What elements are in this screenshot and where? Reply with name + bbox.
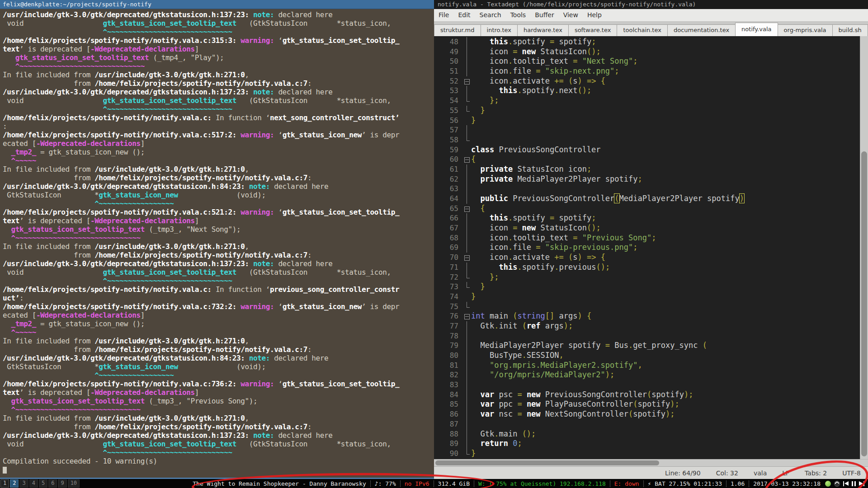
terminal-line: ^~~~~~~~~~~~~~~~~~~~~~~~~~~~~~~ — [3, 62, 434, 70]
fold-margin — [463, 184, 471, 194]
code-line-83: 83 — [434, 380, 860, 390]
code-line-88: 88 Gtk.main (); — [434, 429, 860, 439]
terminal-title: felix@denkplatte:~/projects/spotify-noti… — [3, 1, 151, 8]
editor-statusbar: Line: 64/90Col: 32valaLFTabs: 2UTF-8 — [434, 466, 868, 479]
statusbar-utf-8[interactable]: UTF-8 — [842, 469, 861, 477]
status-segment: The Wight to Remain Shopkeeper - Danny B… — [193, 480, 366, 487]
terminal-line: void gtk_status_icon_set_tooltip_text (G… — [3, 440, 434, 448]
terminal-line: ^~~~~~ — [3, 156, 434, 165]
line-number: 66 — [434, 213, 463, 223]
terminal-line: void gtk_status_icon_set_tooltip_text (G… — [3, 19, 434, 28]
tab-org-mpris.vala[interactable]: org-mpris.vala — [778, 24, 833, 36]
statusbar-lf[interactable]: LF — [782, 469, 789, 477]
code-text: icon.file = "skip-next.png"; — [471, 66, 619, 76]
workspace-6[interactable]: 6 — [48, 479, 57, 488]
terminal-line: In file included from /usr/include/gtk-3… — [3, 242, 434, 251]
terminal-line: ^~~~~~~~~~~~~~~~~~~ — [3, 199, 434, 208]
tab-notify.vala[interactable]: notify.vala — [735, 23, 778, 36]
media-previous-icon[interactable] — [843, 481, 849, 486]
line-number: 82 — [434, 370, 463, 380]
menu-file[interactable]: File — [434, 9, 453, 21]
fold-margin — [463, 370, 471, 380]
terminal-line: ^~~~~~~~~~~~~~~~~~~~~~~~~~~~~~~ — [3, 105, 434, 113]
code-line-54: 54 }; — [434, 96, 860, 106]
fold-margin[interactable] — [463, 155, 471, 164]
menu-tools[interactable]: Tools — [506, 9, 531, 21]
vertical-scrollbar-thumb[interactable] — [861, 151, 867, 456]
menu-buffer[interactable]: Buffer — [530, 9, 559, 21]
workspace-4[interactable]: 4 — [29, 479, 38, 488]
code-line-84: 84 var psc = new PreviousSongController(… — [434, 390, 860, 400]
line-number: 77 — [434, 321, 463, 331]
fold-margin[interactable] — [463, 253, 471, 263]
editor-titlebar[interactable]: notify.vala - Textadept (/home/felix/pro… — [434, 0, 868, 9]
line-number: 90 — [434, 449, 463, 459]
fold-margin[interactable] — [463, 76, 471, 86]
fold-marker-icon[interactable] — [464, 314, 470, 319]
green-dot-icon[interactable] — [825, 481, 831, 487]
workspace-1[interactable]: 1 — [0, 479, 9, 488]
media-next-icon[interactable] — [859, 481, 864, 486]
fold-margin — [463, 282, 471, 292]
menu-view[interactable]: View — [559, 9, 583, 21]
code-text: } — [471, 116, 476, 126]
fold-margin — [463, 135, 471, 145]
terminal-line: text’ is deprecated [-Wdeprecated-declar… — [3, 388, 434, 397]
fold-margin[interactable] — [463, 204, 471, 214]
swirl-icon[interactable] — [834, 481, 840, 487]
terminal-line: ^~~~~~~~~~~~~~~~~~~ — [3, 371, 434, 380]
terminal-line: ecated [-Wdeprecated-declarations] — [3, 311, 434, 319]
line-number: 73 — [434, 282, 463, 292]
terminal-output[interactable]: /usr/include/gtk-3.0/gtk/deprecated/gtks… — [0, 9, 434, 479]
menu-search[interactable]: Search — [475, 9, 506, 21]
fold-margin — [463, 439, 471, 449]
line-number: 52 — [434, 76, 463, 86]
horizontal-scrollbar-thumb[interactable] — [435, 460, 659, 465]
tab-toolchain.tex[interactable]: toolchain.tex — [617, 24, 668, 36]
tab-hardware.tex[interactable]: hardware.tex — [517, 24, 569, 36]
line-number: 80 — [434, 351, 463, 361]
media-pause-icon[interactable] — [852, 481, 856, 486]
tab-intro.tex[interactable]: intro.tex — [481, 24, 518, 36]
vertical-scrollbar[interactable] — [860, 36, 868, 459]
statusbar-vala[interactable]: vala — [754, 469, 767, 477]
statusbar-line[interactable]: Line: 64/90 — [665, 469, 701, 477]
workspace-5[interactable]: 5 — [39, 479, 47, 488]
menu-edit[interactable]: Edit — [453, 9, 475, 21]
fold-marker-icon[interactable] — [464, 206, 470, 212]
code-line-68: 68 icon.tooltip_text = "Previous Song"; — [434, 233, 860, 243]
horizontal-scrollbar[interactable] — [434, 459, 868, 466]
tab-documentation.tex[interactable]: documentation.tex — [667, 24, 736, 36]
menu-help[interactable]: Help — [583, 9, 606, 21]
code-area[interactable]: 48 this.spotify = spotify;49 icon = new … — [434, 36, 860, 459]
code-line-49: 49 icon = new StatusIcon(); — [434, 47, 860, 57]
terminal-titlebar[interactable]: felix@denkplatte:~/projects/spotify-noti… — [0, 0, 434, 9]
code-text: { — [471, 155, 476, 164]
fold-margin — [463, 390, 471, 400]
workspace-2[interactable]: 2 — [10, 479, 19, 488]
code-text: MediaPlayer2Player spotify = Bus.get_pro… — [471, 341, 707, 351]
workspace-10[interactable]: 10 — [68, 479, 80, 488]
terminal-line: from /home/felix/projects/spotify-notify… — [3, 174, 434, 182]
line-number: 50 — [434, 56, 463, 66]
tab-software.tex[interactable]: software.tex — [568, 24, 618, 36]
code-line-85: 85 var ppc = new PlayPauseController(spo… — [434, 399, 860, 409]
code-line-81: 81 "org.mpris.MediaPlayer2.spotify", — [434, 361, 860, 371]
fold-marker-icon[interactable] — [464, 79, 470, 84]
workspace-9[interactable]: 9 — [58, 479, 66, 488]
code-text: } — [471, 282, 485, 292]
terminal-line: void gtk_status_icon_set_tooltip_text (G… — [3, 96, 434, 105]
fold-margin — [463, 302, 471, 312]
line-number: 58 — [434, 135, 463, 145]
workspace-3[interactable]: 3 — [19, 479, 28, 488]
statusbar-col[interactable]: Col: 32 — [716, 469, 738, 477]
tab-build.sh[interactable]: build.sh — [832, 24, 868, 36]
terminal-line: /home/felix/projects/spotify-notify/noti… — [3, 380, 434, 388]
code-line-62: 62 private MediaPlayer2Player spotify; — [434, 174, 860, 184]
fold-margin[interactable] — [463, 311, 471, 321]
fold-margin — [463, 164, 471, 174]
tab-struktur.md[interactable]: struktur.md — [434, 24, 481, 36]
statusbar-tabs[interactable]: Tabs: 2 — [805, 469, 827, 477]
fold-marker-icon[interactable] — [464, 255, 470, 261]
fold-marker-icon[interactable] — [464, 157, 470, 163]
